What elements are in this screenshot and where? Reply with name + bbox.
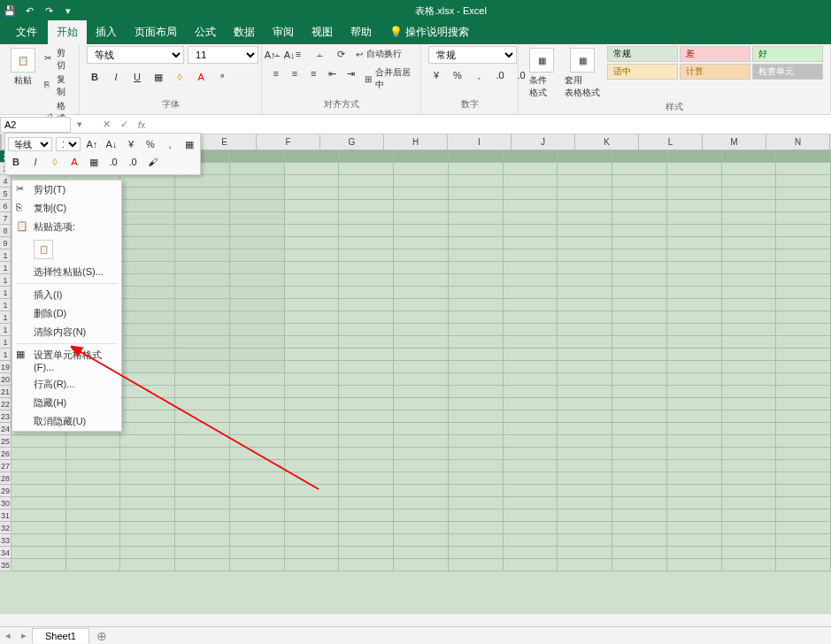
cell[interactable]	[667, 150, 722, 163]
cell[interactable]	[667, 237, 722, 249]
cell[interactable]	[612, 361, 667, 373]
cell[interactable]	[558, 200, 612, 212]
cell[interactable]	[230, 262, 285, 274]
row-header[interactable]: 1	[0, 336, 12, 349]
cell[interactable]	[667, 212, 722, 225]
cell[interactable]	[558, 262, 612, 274]
cell[interactable]	[394, 373, 449, 386]
indent-decrease-icon[interactable]: ⇤	[326, 65, 339, 81]
cell[interactable]	[558, 423, 612, 435]
cell[interactable]	[667, 398, 722, 410]
cell[interactable]	[776, 448, 831, 460]
cell[interactable]	[667, 497, 722, 510]
cell[interactable]	[175, 287, 230, 299]
cell[interactable]	[722, 324, 777, 336]
cell[interactable]	[339, 485, 394, 497]
cell[interactable]	[504, 225, 558, 237]
cell[interactable]	[667, 423, 722, 435]
cell[interactable]	[612, 559, 667, 571]
menu-hide[interactable]: 隐藏(H)	[12, 394, 121, 412]
cell[interactable]	[449, 435, 504, 448]
cell[interactable]	[722, 274, 777, 287]
cell[interactable]	[175, 485, 230, 497]
cell[interactable]	[612, 237, 667, 249]
cell[interactable]	[776, 150, 831, 163]
menu-delete[interactable]: 删除(D)	[12, 304, 121, 323]
cell[interactable]	[394, 460, 449, 472]
row-header[interactable]: 4	[0, 175, 12, 188]
cell[interactable]	[120, 448, 175, 460]
column-header[interactable]: M	[703, 134, 766, 150]
cell[interactable]	[667, 534, 722, 547]
cell[interactable]	[722, 249, 777, 262]
cell[interactable]	[285, 398, 340, 410]
cell[interactable]	[722, 460, 777, 472]
row-header[interactable]: 20	[0, 373, 12, 386]
cell[interactable]	[339, 274, 394, 287]
cell[interactable]	[175, 435, 230, 448]
cell[interactable]	[612, 324, 667, 336]
column-header[interactable]: I	[448, 134, 512, 150]
cell[interactable]	[175, 373, 230, 386]
cell[interactable]	[394, 559, 449, 571]
cell[interactable]	[558, 373, 612, 386]
cell[interactable]	[612, 175, 667, 188]
column-header[interactable]: N	[766, 134, 830, 150]
row-header[interactable]: 1	[0, 262, 12, 274]
redo-icon[interactable]: ↷	[42, 4, 55, 17]
cell[interactable]	[449, 472, 504, 485]
cell[interactable]	[120, 435, 175, 448]
cell[interactable]	[612, 212, 667, 225]
tab-search[interactable]: 💡 操作说明搜索	[381, 20, 478, 44]
row-header[interactable]: 1	[0, 287, 12, 299]
cell[interactable]	[230, 150, 285, 163]
indent-increase-icon[interactable]: ⇥	[344, 65, 358, 81]
cell[interactable]	[120, 287, 175, 299]
cell[interactable]	[558, 448, 612, 460]
row-header[interactable]: 28	[0, 472, 12, 485]
conditional-format-button[interactable]: ▦ 条件格式	[526, 46, 558, 101]
underline-button[interactable]: U	[129, 69, 145, 85]
cell[interactable]	[612, 423, 667, 435]
cell[interactable]	[285, 237, 340, 249]
cell[interactable]	[339, 249, 394, 262]
border-button[interactable]: ▦	[150, 69, 166, 85]
cell[interactable]	[612, 448, 667, 460]
cell[interactable]	[722, 386, 777, 398]
cell[interactable]	[175, 274, 230, 287]
cell[interactable]	[175, 497, 230, 510]
cell[interactable]	[394, 200, 449, 212]
cell[interactable]	[230, 398, 285, 410]
cell[interactable]	[776, 410, 831, 423]
align-center-icon[interactable]: ≡	[288, 65, 301, 81]
cell[interactable]	[339, 410, 394, 423]
mini-size-select[interactable]: 11	[56, 137, 81, 151]
mini-bold-button[interactable]: B	[8, 154, 24, 170]
cell[interactable]	[230, 349, 285, 361]
cell[interactable]	[504, 522, 558, 534]
cell[interactable]	[504, 497, 558, 510]
cell[interactable]	[449, 386, 504, 398]
cell[interactable]	[558, 410, 612, 423]
cell[interactable]	[722, 534, 777, 547]
cell[interactable]	[339, 150, 394, 163]
cell[interactable]	[449, 274, 504, 287]
cell[interactable]	[776, 262, 831, 274]
cell[interactable]	[722, 336, 777, 349]
cell[interactable]	[449, 510, 504, 522]
cell[interactable]	[285, 386, 340, 398]
cell[interactable]	[667, 349, 722, 361]
cell[interactable]	[722, 510, 777, 522]
cell[interactable]	[612, 547, 667, 559]
mini-increase-font-icon[interactable]: A↑	[84, 136, 100, 152]
cell[interactable]	[339, 386, 394, 398]
cell[interactable]	[175, 361, 230, 373]
font-name-select[interactable]: 等线	[87, 46, 184, 64]
style-calc[interactable]: 计算	[680, 64, 750, 80]
row-header[interactable]: 24	[0, 423, 12, 435]
cell[interactable]	[339, 472, 394, 485]
tab-review[interactable]: 审阅	[264, 20, 303, 44]
tab-view[interactable]: 视图	[303, 20, 342, 44]
cell[interactable]	[558, 547, 612, 559]
cell[interactable]	[504, 559, 558, 571]
